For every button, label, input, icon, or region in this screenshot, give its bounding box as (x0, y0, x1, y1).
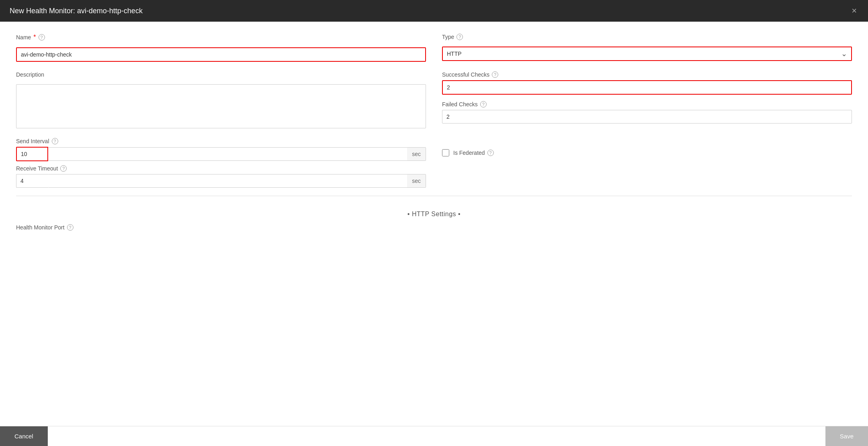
http-settings-divider (16, 196, 852, 196)
health-monitor-port-label: Health Monitor Port ? (16, 224, 434, 231)
description-checks-row: Description Successful Checks ? Fail (16, 71, 852, 128)
successful-checks-group: Successful Checks ? (442, 71, 852, 95)
name-help-icon: ? (39, 34, 45, 41)
send-interval-row: Send Interval ? sec Is Federated ? (16, 138, 852, 161)
successful-checks-help-icon: ? (492, 71, 498, 78)
failed-checks-label: Failed Checks ? (442, 101, 852, 107)
cancel-button[interactable]: Cancel (0, 426, 48, 446)
successful-checks-input[interactable] (442, 80, 852, 95)
receive-timeout-row: Receive Timeout ? sec (16, 165, 852, 188)
failed-checks-group: Failed Checks ? (442, 101, 852, 124)
send-interval-spacer (48, 147, 407, 161)
failed-checks-input[interactable] (442, 110, 852, 124)
type-select-wrapper: HTTP HTTPS TCP UDP PING ⌄ (442, 47, 852, 61)
receive-timeout-spacer (48, 174, 407, 188)
checks-column: Successful Checks ? Failed Checks ? (442, 71, 852, 128)
name-group: Name * ? (16, 34, 426, 62)
receive-timeout-spacer-col (442, 165, 852, 188)
receive-timeout-help-icon: ? (60, 165, 67, 172)
name-input[interactable] (16, 47, 426, 62)
receive-timeout-input[interactable] (16, 174, 48, 188)
new-health-monitor-modal: New Health Monitor: avi-demo-http-check … (0, 0, 868, 446)
send-interval-label: Send Interval ? (16, 138, 426, 144)
is-federated-label[interactable]: Is Federated ? (453, 150, 494, 156)
http-settings-heading: • HTTP Settings • (16, 204, 852, 224)
description-group: Description (16, 71, 426, 128)
name-required: * (33, 34, 36, 41)
send-interval-help-icon: ? (52, 138, 58, 144)
send-interval-unit: sec (407, 147, 426, 161)
save-button[interactable]: Save (825, 426, 868, 446)
type-label: Type ? (442, 34, 852, 40)
modal-body: Name * ? Type ? HTTP HTTPS TCP UDP (0, 22, 868, 426)
modal-header: New Health Monitor: avi-demo-http-check … (0, 0, 868, 22)
close-button[interactable]: × (850, 6, 858, 15)
receive-timeout-unit: sec (407, 174, 426, 188)
receive-timeout-group: Receive Timeout ? sec (16, 165, 426, 188)
is-federated-help-icon: ? (487, 150, 494, 156)
type-select[interactable]: HTTP HTTPS TCP UDP PING (442, 47, 852, 61)
description-label: Description (16, 71, 426, 78)
send-interval-input[interactable] (16, 147, 48, 161)
name-type-row: Name * ? Type ? HTTP HTTPS TCP UDP (16, 34, 852, 62)
close-icon: × (852, 6, 857, 16)
failed-checks-help-icon: ? (480, 101, 487, 107)
is-federated-group: Is Federated ? (442, 138, 852, 161)
description-input[interactable] (16, 84, 426, 128)
modal-footer: Cancel Save (0, 426, 868, 446)
send-interval-group: Send Interval ? sec (16, 138, 426, 161)
is-federated-checkbox-group: Is Federated ? (442, 138, 852, 156)
receive-timeout-input-group: sec (16, 174, 426, 188)
send-interval-input-group: sec (16, 147, 426, 161)
is-federated-checkbox[interactable] (442, 149, 449, 156)
health-monitor-port-group: Health Monitor Port ? (16, 224, 434, 231)
receive-timeout-label: Receive Timeout ? (16, 165, 426, 172)
successful-checks-label: Successful Checks ? (442, 71, 852, 78)
name-label: Name * ? (16, 34, 426, 41)
modal-title: New Health Monitor: avi-demo-http-check (10, 7, 143, 15)
health-monitor-port-help-icon: ? (67, 224, 73, 231)
type-group: Type ? HTTP HTTPS TCP UDP PING ⌄ (442, 34, 852, 62)
type-help-icon: ? (456, 34, 463, 40)
